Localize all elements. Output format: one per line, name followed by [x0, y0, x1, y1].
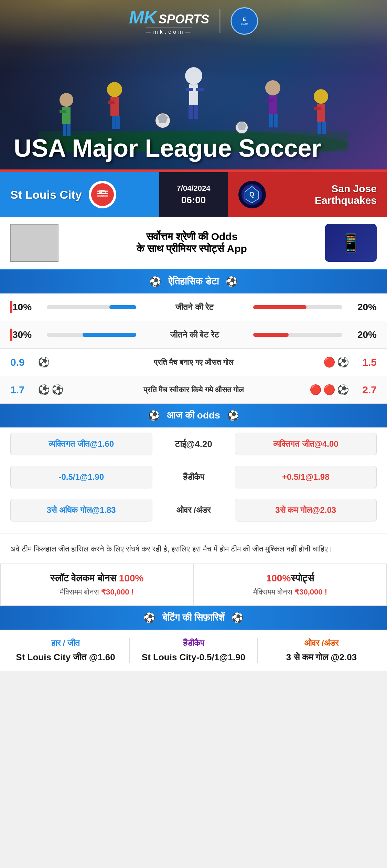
svg-rect-9 — [110, 97, 119, 116]
historical-title: ऐतिहासिक डेटा — [168, 276, 219, 287]
odds-row-ou: 3से अधिक गोल@1.83 ओवर /अंडर 3से कम गोल@2… — [0, 494, 387, 527]
bonus-sports-subtitle: मैक्सिमम बोनस ₹30,000 ! — [204, 588, 376, 597]
goal-left-conceded: 1.7 — [10, 384, 38, 396]
svg-rect-11 — [112, 116, 116, 129]
svg-rect-24 — [317, 104, 325, 122]
stat-label-winrate: जीतने की रेट — [143, 302, 246, 312]
odds-section: ⚽ आज की odds ⚽ व्यक्तिगत जीत@1.60 टाई@4.… — [0, 404, 387, 534]
odds-btn-left-hcp[interactable]: -0.5/1@1.90 — [10, 466, 152, 488]
sports-text: SPORTS — [159, 12, 209, 27]
bar-fill-left-betrate — [83, 333, 136, 337]
phone-icon: 📱 — [340, 233, 362, 253]
odds-ball-right: ⚽ — [227, 410, 239, 421]
promo-phones-image: 📱 — [325, 224, 377, 262]
bonus-card-sports[interactable]: 100%स्पोर्ट्स मैक्सिमम बोनस ₹30,000 ! — [193, 564, 387, 606]
team-left-section: St Louis City CITY SC — [0, 172, 159, 217]
svg-point-2 — [185, 67, 202, 84]
odds-btn-right-win[interactable]: व्यक्तिगत जीत@4.00 — [235, 433, 377, 455]
ball-blue-c2: ⚽ — [52, 384, 64, 395]
mk-text: MK — [129, 7, 157, 28]
analysis-section: अवे टीम फिलहाल जीत हासिल करने के लिए संघ… — [0, 534, 387, 564]
goal-right-scored: 1.5 — [349, 356, 377, 368]
bonus-card-slot[interactable]: स्लॉट वेलकम बोनस 100% मैक्सिमम बोनस ₹30,… — [0, 564, 193, 606]
stl-city-svg: CITY SC — [90, 183, 115, 207]
promo-text: सर्वोत्तम श्रेणी की Odds के साथ प्रीमियर… — [65, 231, 318, 255]
odds-center-hcp: हैंडीकैप — [159, 472, 228, 482]
betting-rec-section: ⚽ बेटिंग की सिफ़ारिशें ⚽ हार / जीत St Lo… — [0, 606, 387, 671]
mk-url: —mk.com— — [146, 28, 193, 35]
ball-blue-1: ⚽ — [38, 356, 50, 368]
goal-right-conceded: 2.7 — [349, 384, 377, 396]
bar-left-betrate — [47, 333, 136, 337]
team-right-name: San Jose Earthquakes — [273, 183, 377, 206]
league-title: USA Major League Soccer — [14, 135, 321, 162]
svg-rect-14 — [62, 107, 71, 124]
match-time: 06:00 — [181, 195, 206, 206]
mk-sports-logo: MK SPORTS —mk.com— — [129, 7, 209, 35]
rec-ball-right: ⚽ — [232, 612, 244, 623]
stat-right-winrate: 20% — [349, 302, 377, 313]
ball-red-c2: 🔴 — [323, 384, 335, 395]
svg-rect-26 — [318, 122, 321, 134]
odds-header: ⚽ आज की odds ⚽ — [0, 404, 387, 427]
goal-right-icons-conceded: 🔴 🔴 ⚽ — [254, 384, 350, 395]
stat-row-betrate: 30% जीतने की बेट रेट 20% — [0, 321, 387, 349]
bonus-sports-title: 100%स्पोर्ट्स — [204, 573, 376, 584]
rec-divider-1 — [129, 638, 130, 663]
rec-card-win: हार / जीत St Louis City जीत @1.60 — [7, 638, 124, 663]
odds-btn-left-win[interactable]: व्यक्तिगत जीत@1.60 — [10, 433, 152, 455]
promo-banner[interactable]: सर्वोत्तम श्रेणी की Odds के साथ प्रीमियर… — [0, 217, 387, 270]
historical-header: ⚽ ऐतिहासिक डेटा ⚽ — [0, 270, 387, 293]
odds-title: आज की odds — [167, 410, 220, 421]
sj-svg: Q — [241, 184, 263, 206]
svg-rect-20 — [266, 99, 273, 102]
bar-fill-right-betrate — [253, 333, 289, 337]
svg-rect-7 — [194, 105, 198, 119]
rec-category-ou: ओवर /अंडर — [304, 638, 338, 648]
odds-btn-right-hcp[interactable]: +0.5/1@1.98 — [235, 466, 377, 488]
empoli-badge: E 1920 — [230, 7, 258, 35]
ball-icon-left: ⚽ — [149, 276, 161, 287]
promo-headline: सर्वोत्तम श्रेणी की Odds — [146, 231, 238, 242]
bonus-section: स्लॉट वेलकम बोनस 100% मैक्सिमम बोनस ₹30,… — [0, 564, 387, 606]
svg-rect-6 — [189, 105, 193, 119]
svg-rect-3 — [189, 84, 198, 105]
svg-rect-10 — [108, 101, 115, 104]
rec-category-hcp: हैंडीकैप — [183, 638, 204, 648]
logo-divider — [219, 9, 220, 33]
goal-row-conceded: 1.7 ⚽ ⚽ प्रति मैच स्वीकार किये गये औसत ग… — [0, 376, 387, 404]
bar-fill-left-winrate — [109, 305, 136, 309]
betting-rec-title: बेटिंग की सिफ़ारिशें — [162, 612, 225, 623]
ball-red-2: ⚽ — [337, 356, 349, 368]
ball-blue-c1: ⚽ — [38, 384, 50, 395]
ball-red-c3: ⚽ — [337, 384, 349, 395]
svg-rect-19 — [269, 95, 277, 114]
goal-right-icons-scored: 🔴 ⚽ — [254, 356, 350, 368]
ball-red-c1: 🔴 — [310, 384, 322, 395]
odds-btn-left-ou[interactable]: 3से अधिक गोल@1.83 — [10, 499, 152, 521]
odds-center-win: टाई@4.20 — [159, 439, 228, 450]
ball-icon-right: ⚽ — [226, 276, 238, 287]
goal-label-conceded: प्रति मैच स्वीकार किये गये औसत गोल — [133, 385, 254, 394]
team-left-logo: CITY SC — [89, 181, 116, 208]
odds-row-win: व्यक्तिगत जीत@1.60 टाई@4.20 व्यक्तिगत जी… — [0, 427, 387, 461]
match-center-info: 7/04/2024 06:00 — [159, 172, 228, 217]
goal-left-icons-scored: ⚽ — [38, 356, 133, 368]
svg-rect-12 — [116, 116, 120, 129]
betting-rec-header: ⚽ बेटिंग की सिफ़ारिशें ⚽ — [0, 606, 387, 630]
hero-banner: MK SPORTS —mk.com— E 1920 USA Major Leag… — [0, 0, 387, 172]
svg-rect-21 — [269, 114, 273, 127]
stat-label-betrate: जीतने की बेट रेट — [143, 330, 246, 340]
rec-value-win: St Louis City जीत @1.60 — [16, 652, 115, 663]
hero-logo: MK SPORTS —mk.com— E 1920 — [129, 7, 258, 35]
odds-ball-left: ⚽ — [148, 410, 160, 421]
odds-center-ou: ओवर /अंडर — [159, 505, 228, 515]
stat-right-betrate: 20% — [349, 329, 377, 340]
match-bar: St Louis City CITY SC 7/04/2024 06:00 Q — [0, 172, 387, 217]
odds-btn-right-ou[interactable]: 3से कम गोल@2.03 — [235, 499, 377, 521]
goal-left-scored: 0.9 — [10, 356, 38, 368]
promo-subheadline: के साथ प्रीमियर स्पोर्ट्स App — [137, 243, 247, 254]
stat-row-winrate: 10% जीतने की रेट 20% — [0, 293, 387, 321]
svg-point-18 — [265, 80, 280, 95]
stats-table: 10% जीतने की रेट 20% 30% जीतने की बेट रे… — [0, 293, 387, 404]
